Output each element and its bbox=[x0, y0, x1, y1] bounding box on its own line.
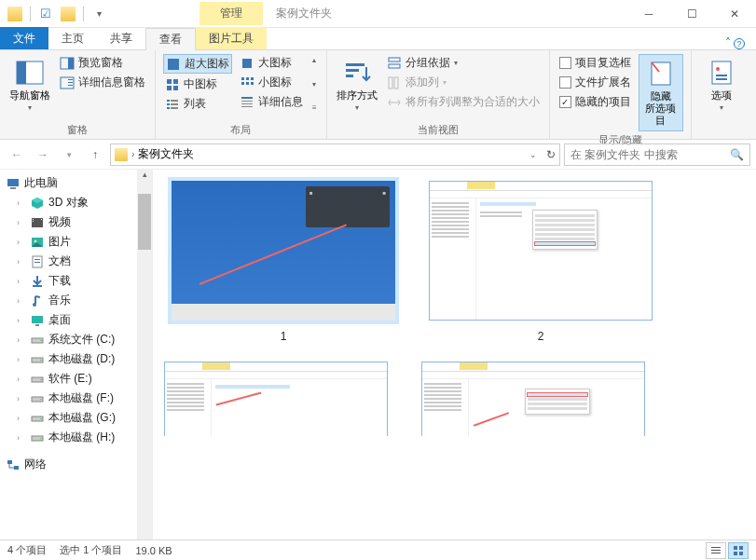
video-icon bbox=[30, 215, 45, 230]
expand-icon[interactable]: › bbox=[17, 277, 26, 286]
file-thumbnail[interactable] bbox=[421, 362, 660, 436]
tree-item[interactable]: ›桌面 bbox=[0, 310, 152, 330]
expand-icon[interactable]: › bbox=[17, 394, 26, 403]
layout-more-icon[interactable]: ≡ bbox=[310, 102, 319, 114]
expand-icon[interactable]: › bbox=[17, 335, 26, 345]
collapse-ribbon-button[interactable]: ˄ ? bbox=[714, 36, 756, 49]
search-icon[interactable]: 🔍 bbox=[730, 148, 744, 161]
tab-file[interactable]: 文件 bbox=[0, 27, 48, 49]
file-ext-toggle[interactable]: 文件扩展名 bbox=[557, 74, 633, 91]
small-icons-button[interactable]: 小图标 bbox=[238, 74, 305, 91]
small-icons-icon bbox=[240, 75, 254, 90]
details-view-toggle[interactable] bbox=[706, 542, 726, 559]
tree-item[interactable]: ›本地磁盘 (F:) bbox=[0, 389, 152, 408]
music-icon bbox=[30, 294, 45, 308]
group-by-button[interactable]: 分组依据 ▾ bbox=[385, 54, 542, 72]
scroll-thumb[interactable] bbox=[138, 194, 151, 250]
chevron-icon[interactable]: › bbox=[131, 149, 134, 159]
expand-icon[interactable]: › bbox=[17, 198, 26, 208]
tree-item[interactable]: ›本地磁盘 (H:) bbox=[0, 428, 152, 447]
svg-rect-23 bbox=[241, 82, 244, 85]
tree-item[interactable]: ›本地磁盘 (D:) bbox=[0, 349, 152, 369]
large-icons-button[interactable]: 大图标 bbox=[238, 54, 305, 72]
properties-icon[interactable]: ☑ bbox=[38, 7, 53, 21]
tab-picture-tools[interactable]: 图片工具 bbox=[196, 27, 267, 49]
svg-rect-12 bbox=[173, 86, 178, 90]
qat-dropdown-icon[interactable]: ▾ bbox=[91, 7, 106, 21]
minimize-button[interactable]: ─ bbox=[627, 0, 670, 28]
details-view-button[interactable]: 详细信息 bbox=[238, 93, 305, 111]
expand-icon[interactable]: › bbox=[17, 238, 26, 247]
back-button[interactable]: ← bbox=[6, 143, 28, 166]
svg-rect-45 bbox=[33, 219, 34, 220]
scrollbar[interactable]: ▴ bbox=[137, 170, 152, 540]
expand-icon[interactable]: › bbox=[17, 316, 26, 325]
file-thumbnail[interactable] bbox=[164, 362, 403, 436]
details-pane-button[interactable]: 详细信息窗格 bbox=[58, 74, 147, 91]
search-box[interactable]: 🔍 bbox=[564, 143, 750, 166]
folder-icon[interactable] bbox=[61, 7, 76, 21]
tree-item[interactable]: ›下载 bbox=[0, 271, 152, 291]
svg-rect-69 bbox=[7, 460, 12, 464]
sort-by-button[interactable]: 排序方式 ▾ bbox=[335, 54, 379, 116]
status-selection: 选中 1 个项目 bbox=[60, 543, 122, 557]
add-columns-icon bbox=[387, 75, 402, 90]
tree-this-pc[interactable]: 此电脑 bbox=[0, 173, 152, 193]
expand-icon[interactable]: › bbox=[17, 257, 26, 266]
file-thumbnail[interactable]: ■■1 bbox=[164, 177, 403, 343]
thumbnails-view-toggle[interactable] bbox=[728, 542, 749, 559]
layout-scroll-up-icon[interactable]: ▴ bbox=[310, 54, 319, 66]
tab-home[interactable]: 主页 bbox=[48, 27, 97, 49]
tree-item[interactable]: ›软件 (E:) bbox=[0, 369, 152, 389]
file-thumbnail[interactable]: 2 bbox=[421, 177, 660, 343]
list-icon bbox=[165, 97, 180, 112]
expand-icon[interactable]: › bbox=[17, 375, 26, 384]
ribbon-tabs: 文件 主页 共享 查看 图片工具 ˄ ? bbox=[0, 28, 756, 50]
size-columns-button[interactable]: 将所有列调整为合适的大小 bbox=[385, 93, 542, 111]
expand-icon[interactable]: › bbox=[17, 296, 26, 306]
tree-network[interactable]: 网络 bbox=[0, 455, 152, 474]
expand-icon[interactable]: › bbox=[17, 433, 26, 443]
layout-scroll-down-icon[interactable]: ▾ bbox=[310, 78, 319, 90]
navigation-pane-button[interactable]: 导航窗格 ▾ bbox=[7, 54, 52, 116]
add-columns-button[interactable]: 添加列 ▾ bbox=[385, 74, 542, 91]
expand-icon[interactable]: › bbox=[17, 355, 26, 364]
chevron-down-icon[interactable]: ⌄ bbox=[529, 150, 537, 159]
forward-button[interactable]: → bbox=[32, 143, 54, 166]
tab-view[interactable]: 查看 bbox=[145, 28, 196, 50]
tree-item[interactable]: ›音乐 bbox=[0, 291, 152, 310]
recent-dropdown[interactable]: ▾ bbox=[58, 143, 80, 166]
close-button[interactable]: ✕ bbox=[713, 0, 756, 28]
address-field[interactable]: › 案例文件夹 ⌄ ↻ bbox=[110, 143, 560, 166]
hide-selected-button[interactable]: 隐藏 所选项目 bbox=[639, 54, 683, 131]
tree-item[interactable]: ›文档 bbox=[0, 252, 152, 271]
tree-item[interactable]: ›图片 bbox=[0, 232, 152, 252]
svg-rect-42 bbox=[7, 179, 19, 186]
contextual-tab-manage[interactable]: 管理 bbox=[199, 2, 263, 25]
svg-rect-10 bbox=[173, 79, 178, 84]
svg-rect-19 bbox=[242, 59, 252, 68]
svg-rect-74 bbox=[734, 546, 737, 550]
refresh-icon[interactable]: ↻ bbox=[546, 148, 556, 161]
tree-item[interactable]: ›系统文件 (C:) bbox=[0, 330, 152, 349]
svg-point-60 bbox=[40, 359, 42, 361]
tree-item[interactable]: ›视频 bbox=[0, 212, 152, 232]
tree-item[interactable]: ›本地磁盘 (G:) bbox=[0, 408, 152, 428]
search-input[interactable] bbox=[570, 148, 730, 161]
tab-share[interactable]: 共享 bbox=[97, 27, 145, 49]
tree-item[interactable]: ›3D 对象 bbox=[0, 193, 152, 212]
file-view[interactable]: ■■12 bbox=[153, 170, 756, 540]
hidden-items-toggle[interactable]: 隐藏的项目 bbox=[557, 93, 633, 111]
expand-icon[interactable]: › bbox=[17, 218, 26, 227]
up-button[interactable]: ↑ bbox=[84, 143, 106, 166]
expand-icon[interactable]: › bbox=[17, 414, 26, 423]
title-section: 管理 案例文件夹 bbox=[199, 2, 332, 25]
item-checkboxes-toggle[interactable]: 项目复选框 bbox=[557, 54, 633, 72]
maximize-button[interactable]: ☐ bbox=[670, 0, 713, 28]
preview-pane-button[interactable]: 预览窗格 bbox=[58, 54, 147, 72]
medium-icons-button[interactable]: 中图标 bbox=[163, 75, 232, 93]
list-view-button[interactable]: 列表 bbox=[163, 95, 232, 113]
extra-large-icons-button[interactable]: 超大图标 bbox=[163, 54, 232, 74]
svg-point-39 bbox=[716, 67, 720, 71]
options-button[interactable]: 选项 ▾ bbox=[699, 54, 744, 116]
